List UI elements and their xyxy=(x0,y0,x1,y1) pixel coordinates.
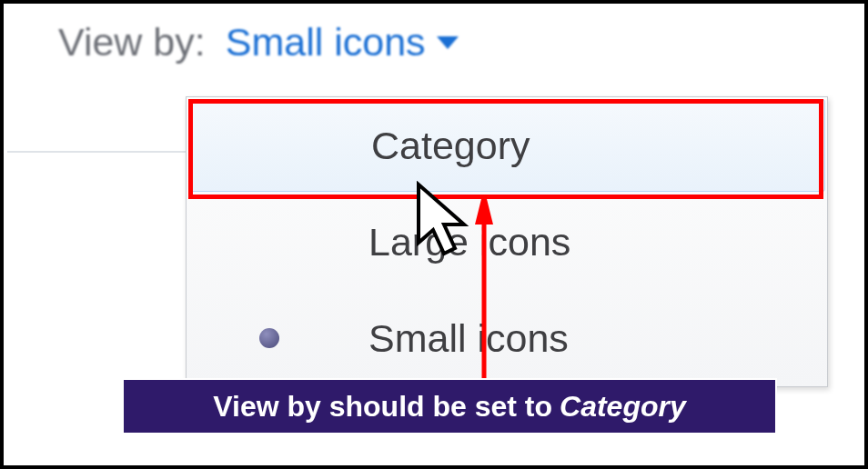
annotation-caption: View by should be set to Category xyxy=(122,378,777,434)
caption-text: View by should be set to xyxy=(213,390,552,424)
dropdown-item-label: Category xyxy=(371,124,530,168)
dropdown-item-label: Small icons xyxy=(368,316,569,361)
dropdown-item-category[interactable]: Category xyxy=(188,99,825,192)
dropdown-item-large-icons[interactable]: Large icons xyxy=(187,194,827,290)
view-by-dropdown-trigger[interactable]: Small icons xyxy=(226,20,459,65)
view-by-dropdown-menu: Category Large icons Small icons xyxy=(186,96,828,387)
view-by-control: View by: Small icons xyxy=(58,20,459,65)
radio-selected-icon xyxy=(259,328,279,348)
view-by-label: View by: xyxy=(58,20,206,65)
dropdown-item-label: Large icons xyxy=(368,220,570,264)
caption-emphasis: Category xyxy=(560,390,686,424)
screenshot-frame: View by: Small icons Category Large icon… xyxy=(0,0,868,469)
dropdown-item-small-icons[interactable]: Small icons xyxy=(187,290,827,386)
divider xyxy=(7,151,187,153)
view-by-value-text: Small icons xyxy=(226,20,426,65)
chevron-down-icon xyxy=(437,36,459,49)
